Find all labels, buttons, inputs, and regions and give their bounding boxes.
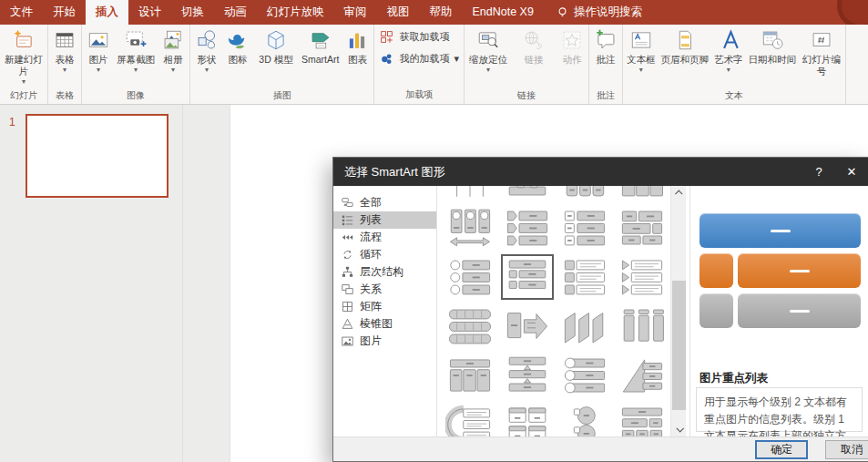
comment-button[interactable]: 批注 [590,25,621,88]
smartart-thumbnail-4[interactable] [444,205,496,251]
menu-tab-4[interactable]: 切换 [171,0,214,25]
ok-button[interactable]: 确定 [755,440,808,459]
text-box-button[interactable]: 文本框▾ [624,25,659,88]
gallery-scrollbar[interactable] [670,186,686,436]
store-icon [379,29,394,45]
ribbon-group-label: 幻灯片 [1,88,46,105]
search-label: 操作说明搜索 [574,5,642,20]
smartart-thumbnail-6[interactable] [558,205,611,251]
dialog-body: 全部列表流程循环层次结构关系矩阵棱锥图图片 [333,186,868,436]
ribbon-group-4: 获取加载项我的加载项▾加载项 [374,25,465,104]
chart-button[interactable]: 图表 [342,25,373,88]
smartart-thumbnail-20[interactable] [444,402,496,436]
scroll-up-button[interactable] [671,186,687,200]
ribbon-group-5: 缩放定位▾链接动作链接 [465,25,589,104]
category-item-5[interactable]: 关系 [333,281,436,298]
smartart-button[interactable]: SmartArt [299,25,342,88]
menu-tab-6[interactable]: 幻灯片放映 [257,0,334,25]
smartart-thumbnail-21[interactable] [501,402,554,436]
text-box-icon [629,28,653,52]
category-item-6[interactable]: 矩阵 [333,298,436,315]
smartart-thumbnail-7[interactable] [616,205,669,251]
scroll-down-button[interactable] [671,422,687,436]
smartart-gallery [437,186,670,436]
smartart-thumbnail-12[interactable] [444,303,496,349]
chevron-up-icon [675,190,682,197]
menu-bar: 文件开始插入设计切换动画幻灯片放映审阅视图帮助EndNote X9 操作说明搜索 [0,0,868,25]
preview-shape-orange-square [700,253,733,288]
category-label: 列表 [360,212,382,228]
smartart-thumbnail-11[interactable] [616,254,669,300]
menu-tab-8[interactable]: 视图 [377,0,420,25]
menu-tab-7[interactable]: 审阅 [334,0,377,25]
preview-graphic [700,213,861,328]
cat-list-icon [342,214,353,226]
menu-tab-3[interactable]: 设计 [128,0,171,25]
smartart-thumbnail-19[interactable] [616,353,669,398]
shapes-button[interactable]: 形状▾ [191,25,222,88]
dialog-title-bar: 选择 SmartArt 图形 ? ✕ [333,158,868,186]
category-item-4[interactable]: 层次结构 [333,263,436,281]
smartart-thumbnail-5[interactable] [501,205,554,251]
menu-tab-1[interactable]: 开始 [43,0,86,25]
preview-description: 用于显示每个级别 2 文本都有重点图片的信息列表。级别 1 文本显示在列表上部的… [696,387,863,432]
screenshot-button[interactable]: 屏幕截图▾ [114,25,158,88]
3d-model-button[interactable]: 3D 模型 [253,25,299,88]
action-icon [560,28,584,52]
category-item-2[interactable]: 流程 [333,229,436,246]
my-addins-button[interactable]: 我的加载项▾ [379,51,459,67]
category-item-7[interactable]: 棱锥图 [333,315,436,333]
album-button[interactable]: 相册▾ [158,25,189,88]
menu-tab-10[interactable]: EndNote X9 [463,0,544,25]
menu-tab-5[interactable]: 动画 [214,0,257,25]
menu-tab-2[interactable]: 插入 [86,0,128,25]
ribbon-group-0: 新建幻灯片▾幻灯片 [0,25,48,104]
smartart-thumbnail-1[interactable] [501,186,554,201]
wordart-button[interactable]: 艺术字▾ [711,25,746,88]
help-button[interactable]: ? [802,158,835,186]
slide-number-button[interactable]: 幻灯片编号 [799,25,844,88]
ribbon-button-label: 新建幻灯片 [4,54,44,77]
new-slide-button[interactable]: 新建幻灯片▾ [1,25,46,88]
cancel-button[interactable]: 取消 [825,440,868,459]
category-item-1[interactable]: 列表 [333,211,436,229]
smartart-thumbnail-3[interactable] [616,186,669,201]
zoom-link-button[interactable]: 缩放定位▾ [465,25,511,88]
picture-button[interactable]: 图片▾ [83,25,114,88]
smartart-thumbnail-14[interactable] [558,303,611,349]
smartart-thumbnail-0[interactable] [444,186,496,201]
cat-process-icon [342,231,353,243]
smartart-thumbnail-8[interactable] [444,254,496,300]
close-button[interactable]: ✕ [835,158,868,186]
store-button[interactable]: 获取加载项 [379,29,449,45]
table-button[interactable]: 表格▾ [49,25,80,88]
smartart-thumbnail-13[interactable] [501,303,554,349]
smartart-thumbnail-22[interactable] [558,402,611,436]
ribbon-button-label: 艺术字 [714,54,743,66]
category-item-0[interactable]: 全部 [333,194,436,211]
ribbon-group-label: 链接 [465,88,587,105]
icons-bird-button[interactable]: 图标 [222,25,253,88]
smartart-thumbnail-16[interactable] [444,353,496,398]
smartart-thumbnail-23[interactable] [616,402,669,436]
datetime-button[interactable]: 日期和时间 [745,25,799,88]
tell-me-search[interactable]: 操作说明搜索 [547,0,651,25]
smartart-thumbnail-9-selected[interactable] [501,254,554,300]
category-item-8[interactable]: 图片 [333,333,436,350]
smartart-thumbnail-18[interactable] [558,353,611,398]
slide-1-thumbnail[interactable] [26,114,168,198]
smartart-thumbnail-17[interactable] [501,353,554,398]
screenshot-icon [124,28,148,52]
scrollbar-thumb[interactable] [672,281,686,410]
smartart-thumbnail-2[interactable] [558,186,611,201]
category-item-3[interactable]: 循环 [333,246,436,263]
preview-shape-orange [738,253,861,288]
ribbon-button-label: SmartArt [301,54,339,66]
smartart-thumbnail-15[interactable] [616,303,669,349]
header-footer-button[interactable]: 页眉和页脚 [658,25,711,88]
smartart-thumbnail-10[interactable] [558,254,611,300]
menu-tabs: 文件开始插入设计切换动画幻灯片放映审阅视图帮助EndNote X9 [0,0,544,25]
menu-tab-0[interactable]: 文件 [0,0,43,25]
menu-tab-9[interactable]: 帮助 [420,0,463,25]
dialog-title: 选择 SmartArt 图形 [344,164,445,180]
